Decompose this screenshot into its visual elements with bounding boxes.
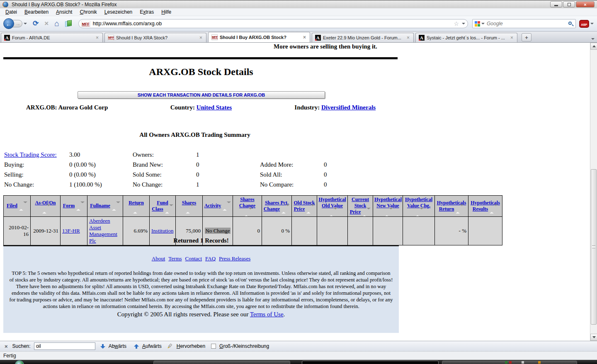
back-button[interactable]: ← bbox=[3, 18, 14, 29]
footer-link-about[interactable]: About bbox=[152, 255, 165, 262]
column-header-fund-class[interactable]: Fund Class bbox=[150, 196, 176, 217]
menu-extras[interactable]: Extras bbox=[136, 8, 158, 16]
footer-link-faq[interactable]: FAQ bbox=[205, 255, 216, 262]
column-header-form[interactable]: Form bbox=[61, 196, 87, 217]
footer-link-contact[interactable]: Contact bbox=[185, 255, 202, 262]
minimize-button[interactable] bbox=[550, 1, 562, 7]
search-icon[interactable] bbox=[568, 21, 573, 27]
column-header-fullname[interactable]: Fullname bbox=[87, 196, 123, 217]
tray-icon[interactable] bbox=[509, 361, 512, 364]
vertical-scrollbar[interactable] bbox=[590, 43, 597, 341]
sort-link[interactable]: Form bbox=[63, 203, 75, 209]
scroll-down-button[interactable] bbox=[590, 334, 597, 341]
menu-datei[interactable]: Datei bbox=[2, 8, 21, 16]
tab-4[interactable]: AExeter 22.9 Mio Unzen Gold - Forum...× bbox=[312, 33, 414, 42]
sort-icon[interactable] bbox=[133, 206, 141, 212]
highlight-all-button[interactable]: Hervorheben bbox=[177, 343, 205, 349]
tray-icon[interactable] bbox=[538, 361, 541, 364]
sort-icon[interactable] bbox=[490, 206, 498, 212]
stop-button[interactable]: × bbox=[44, 19, 49, 28]
find-close-icon[interactable]: × bbox=[3, 343, 9, 349]
sort-link[interactable]: Shares Change bbox=[239, 197, 255, 209]
menu-hilfe[interactable]: Hilfe bbox=[158, 8, 175, 16]
tab-close-icon[interactable]: × bbox=[510, 35, 514, 41]
column-header-shares-change[interactable]: Shares Change bbox=[233, 196, 262, 217]
sort-icon[interactable] bbox=[76, 203, 85, 209]
industry-link[interactable]: Diversified Minerals bbox=[321, 104, 376, 111]
sort-icon[interactable] bbox=[165, 206, 173, 212]
tab-1[interactable]: AForum - ARIVA.DE× bbox=[1, 33, 103, 42]
sort-icon[interactable] bbox=[362, 209, 371, 216]
sort-link[interactable]: As-Of/On bbox=[35, 200, 56, 206]
tab-close-icon[interactable]: × bbox=[406, 35, 410, 41]
cell-value[interactable]: 13F-HR bbox=[62, 228, 80, 234]
column-header-return[interactable]: Return bbox=[123, 196, 150, 217]
match-case-checkbox[interactable] bbox=[211, 344, 216, 349]
column-header-hypothetical-value-chg-[interactable]: Hypothetical Value Chg. bbox=[403, 196, 435, 217]
sort-link[interactable]: Filed bbox=[7, 203, 17, 209]
tab-5[interactable]: ASystaic - Jetzt geht`s los... - Forum -… bbox=[415, 33, 517, 42]
tray-icon[interactable] bbox=[522, 361, 524, 364]
stock-trading-score-link[interactable]: Stock Trading Score: bbox=[4, 151, 57, 158]
sort-icon[interactable] bbox=[415, 209, 424, 216]
sort-link[interactable]: Shares bbox=[182, 200, 196, 206]
adblock-icon[interactable]: ABP bbox=[579, 20, 589, 28]
url-bar[interactable]: MFF http://www.mffais.com/arxg.ob ☆ bbox=[78, 19, 468, 28]
column-header-current-stock-price[interactable]: Current Stock Price bbox=[348, 196, 373, 217]
column-header-shares[interactable]: Shares bbox=[176, 196, 203, 217]
match-case-label[interactable]: Groß-/Kleinschreibung bbox=[219, 343, 269, 349]
column-header-hypotheticals-results[interactable]: Hypotheticals Results bbox=[468, 196, 502, 217]
sort-link[interactable]: Hypothetical Value Chg. bbox=[405, 197, 432, 209]
list-all-tabs-icon[interactable] bbox=[591, 38, 595, 40]
sort-link[interactable]: Hypothetical New Value bbox=[374, 197, 402, 209]
taskbar-window-button[interactable] bbox=[153, 361, 290, 364]
scroll-up-button[interactable] bbox=[590, 43, 597, 50]
home-button[interactable]: ⌂ bbox=[54, 19, 59, 28]
search-box[interactable] bbox=[472, 19, 576, 28]
column-header-filed[interactable]: Filed bbox=[4, 196, 31, 217]
column-header-hypotheticals-return[interactable]: Hypotheticals Return bbox=[435, 196, 468, 217]
tray-icon[interactable] bbox=[505, 361, 507, 364]
sort-icon[interactable] bbox=[282, 206, 290, 212]
bookmark-star-icon[interactable]: ☆ bbox=[454, 20, 459, 27]
sort-icon[interactable] bbox=[456, 206, 464, 212]
google-icon[interactable] bbox=[475, 21, 480, 27]
scrollbar-thumb[interactable] bbox=[591, 169, 597, 325]
windows-taskbar[interactable] bbox=[0, 360, 597, 364]
url-text[interactable]: http://www.mffais.com/arxg.ob bbox=[93, 21, 454, 27]
find-previous-button[interactable]: Aufwärts bbox=[142, 343, 162, 349]
sort-icon[interactable] bbox=[329, 209, 337, 216]
menu-chronik[interactable]: Chronik bbox=[76, 8, 100, 16]
column-header-as-of-on[interactable]: As-Of/On bbox=[31, 196, 61, 217]
column-header-shares-pct-change[interactable]: Shares Pct. Change bbox=[262, 196, 292, 217]
start-orb-icon[interactable] bbox=[15, 360, 24, 364]
history-dropdown-icon[interactable] bbox=[24, 23, 27, 24]
sort-icon[interactable] bbox=[19, 203, 27, 209]
column-header-activity[interactable]: Activity bbox=[203, 196, 233, 217]
sort-link[interactable]: Return bbox=[129, 200, 144, 206]
footer-link-terms[interactable]: Terms bbox=[168, 255, 182, 262]
find-next-button[interactable]: Abwärts bbox=[109, 343, 126, 349]
sort-link[interactable]: Activity bbox=[204, 203, 221, 209]
menu-bearbeiten[interactable]: Bearbeiten bbox=[21, 8, 52, 16]
tab-2[interactable]: MFFShould I Buy XRA Stock?× bbox=[104, 33, 206, 42]
footer-link-press-releases[interactable]: Press Releases bbox=[219, 255, 250, 262]
url-dropdown-icon[interactable] bbox=[462, 23, 465, 24]
sort-icon[interactable] bbox=[223, 203, 231, 209]
close-button[interactable]: × bbox=[576, 1, 595, 7]
search-input[interactable] bbox=[487, 21, 568, 27]
search-engine-dropdown-icon[interactable] bbox=[481, 23, 485, 24]
tab-close-icon[interactable]: × bbox=[95, 35, 100, 41]
country-link[interactable]: United States bbox=[197, 104, 232, 111]
sort-icon[interactable] bbox=[244, 209, 252, 216]
column-header-old-stock-price[interactable]: Old Stock Price bbox=[292, 196, 317, 217]
column-header-hypothetical-old-value[interactable]: Hypothetical Old Value bbox=[317, 196, 348, 217]
menu-ansicht[interactable]: Ansicht bbox=[52, 8, 76, 16]
reload-button[interactable]: ⟳ bbox=[33, 19, 39, 28]
sort-link[interactable]: Fullname bbox=[90, 203, 110, 209]
menu-lesezeichen[interactable]: Lesezeichen bbox=[101, 8, 136, 16]
restore-button[interactable] bbox=[563, 1, 575, 7]
terms-of-use-link[interactable]: Terms of Use bbox=[250, 311, 284, 318]
addon-pages-icon[interactable] bbox=[65, 20, 73, 27]
sort-icon[interactable] bbox=[42, 206, 51, 212]
